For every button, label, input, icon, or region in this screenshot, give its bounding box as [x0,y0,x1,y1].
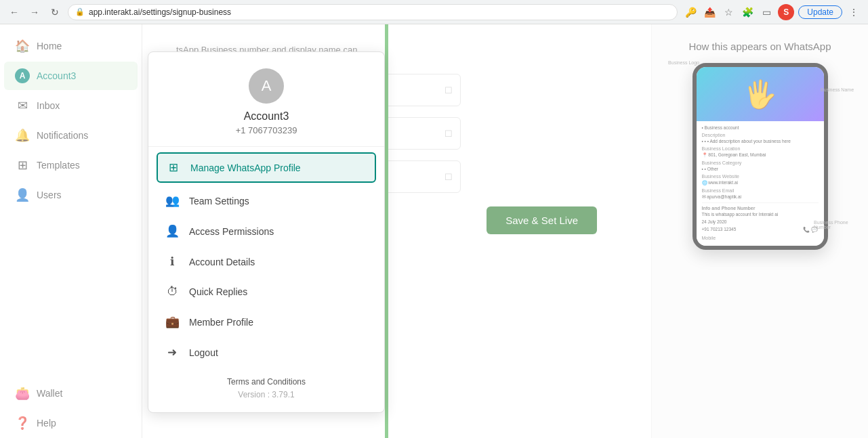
app-container: 🏠 Home A Account3 ✉ Inbox 🔔 Notification… [0,24,868,438]
dropdown-label-manage-whatsapp: Manage WhatsApp Profile [190,162,301,173]
dropdown-avatar: A [249,68,284,104]
dropdown-label-logout: Logout [189,347,218,358]
dropdown-label-team-settings: Team Settings [189,196,249,206]
person-circle-icon: 👤 [165,224,180,238]
dropdown-label-quick-replies: Quick Replies [189,286,247,297]
dropdown-item-logout[interactable]: ➜ Logout [148,337,384,368]
forward-button[interactable]: → [27,5,42,20]
clock-icon: ⏱ [165,285,180,299]
grid-icon: ⊞ [166,160,181,175]
browser-chrome: ← → ↻ 🔒 app.interakt.ai/settings/signup-… [0,0,868,24]
dropdown-item-team-settings[interactable]: 👥 Team Settings [148,185,384,216]
dropdown-header: A Account3 +1 7067703239 [148,52,384,147]
logout-icon: ➜ [165,345,180,359]
star-icon[interactable]: ☆ [721,5,736,20]
extension-icon[interactable]: 🧩 [740,5,755,20]
tab-icon[interactable]: ▭ [759,5,774,20]
dropdown-item-account-details[interactable]: ℹ Account Details [148,246,384,277]
browser-actions: 🔑 📤 ☆ 🧩 ▭ S Update ⋮ [683,4,861,20]
briefcase-icon: 💼 [165,315,180,329]
dropdown-item-access-permissions[interactable]: 👤 Access Permissions [148,216,384,246]
lock-icon: 🔒 [75,7,85,16]
dropdown-account-name: Account3 [244,110,289,123]
dropdown-label-member-profile: Member Profile [189,317,253,328]
reload-button[interactable]: ↻ [47,5,62,20]
account-dropdown: A Account3 +1 7067703239 ⊞ Manage WhatsA… [148,51,385,413]
share-icon[interactable]: 📤 [702,5,717,20]
dropdown-label-account-details: Account Details [189,257,255,267]
dropdown-item-member-profile[interactable]: 💼 Member Profile [148,307,384,337]
address-bar[interactable]: 🔒 app.interakt.ai/settings/signup-busine… [68,4,678,20]
dropdown-label-access-permissions: Access Permissions [189,226,274,237]
update-button[interactable]: Update [798,5,842,19]
version-text: Version : 3.79.1 [148,389,384,401]
dropdown-phone: +1 7067703239 [236,125,297,135]
terms-text[interactable]: Terms and Conditions [148,376,384,389]
back-button[interactable]: ← [7,5,22,20]
dim-overlay [0,24,868,438]
menu-icon[interactable]: ⋮ [846,5,861,20]
info-circle-icon: ℹ [165,255,180,269]
people-icon: 👥 [165,194,180,208]
key-icon[interactable]: 🔑 [683,5,698,20]
dropdown-item-quick-replies[interactable]: ⏱ Quick Replies [148,277,384,307]
dropdown-item-manage-whatsapp[interactable]: ⊞ Manage WhatsApp Profile [157,152,376,183]
dropdown-footer: Terms and Conditions Version : 3.79.1 [148,376,384,401]
url-text: app.interakt.ai/settings/signup-business [89,7,231,17]
browser-avatar[interactable]: S [778,4,794,20]
